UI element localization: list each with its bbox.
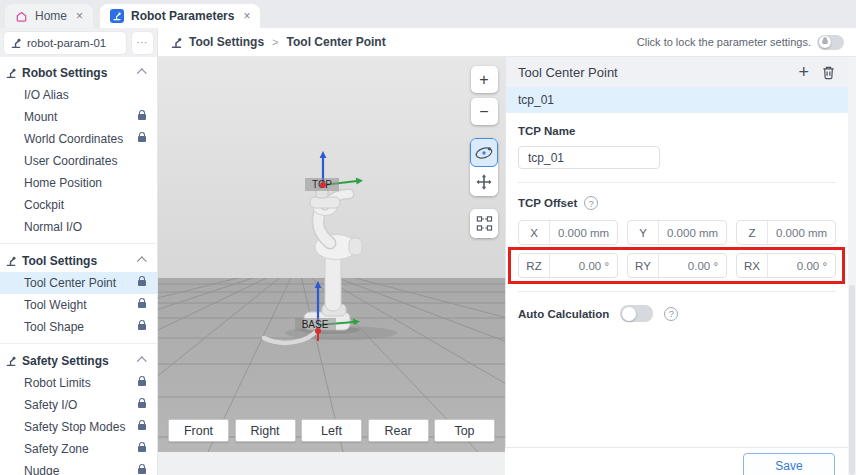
sidebar-item-io-alias[interactable]: I/O Alias xyxy=(0,84,157,106)
sidebar-item-user-coordinates[interactable]: User Coordinates xyxy=(0,150,157,172)
robot-icon xyxy=(5,355,17,367)
breadcrumb-section[interactable]: Tool Settings xyxy=(189,35,264,49)
measure-distance-tool-button[interactable] xyxy=(470,209,498,238)
item-label: I/O Alias xyxy=(24,88,69,102)
breadcrumb-bar: Tool Settings > Tool Center Point Click … xyxy=(158,28,856,57)
scrollbar-thumb[interactable] xyxy=(849,285,855,475)
tcp-offset-help-icon[interactable]: ? xyxy=(584,196,598,210)
save-button[interactable]: Save xyxy=(743,453,835,475)
home-icon xyxy=(15,10,28,23)
item-label: Home Position xyxy=(24,176,102,190)
zoom-out-button[interactable]: − xyxy=(471,98,498,125)
robot-icon xyxy=(5,255,17,267)
orbit-rotate-tool-button[interactable] xyxy=(470,138,498,167)
sidebar-section-robot-settings[interactable]: Robot Settings xyxy=(0,61,157,84)
axis-label-z: Z xyxy=(737,221,768,244)
item-label: Tool Shape xyxy=(24,320,84,334)
rotation-offset-row-wrapper: RZ RY RX xyxy=(518,253,836,278)
auto-calculation-toggle[interactable] xyxy=(620,305,653,322)
offset-z-field: Z xyxy=(736,220,836,245)
delete-tcp-button[interactable] xyxy=(821,65,836,80)
tab-home-label: Home xyxy=(35,9,67,23)
axis-label-rz: RZ xyxy=(519,254,550,277)
tcp-name-label: TCP Name xyxy=(518,125,836,137)
item-label: Tool Center Point xyxy=(24,276,116,290)
offset-z-input[interactable] xyxy=(768,221,835,244)
offset-rz-input[interactable] xyxy=(550,254,617,277)
parameter-lock-toggle[interactable] xyxy=(817,35,844,50)
sidebar-item-tool-center-point[interactable]: Tool Center Point xyxy=(0,272,157,294)
sidebar-item-tool-weight[interactable]: Tool Weight xyxy=(0,294,157,316)
sidebar-item-cockpit[interactable]: Cockpit xyxy=(0,194,157,216)
breadcrumb-separator: > xyxy=(270,36,280,48)
tab-robot-parameters-label: Robot Parameters xyxy=(131,9,234,23)
offset-ry-input[interactable] xyxy=(659,254,726,277)
tcp-name-input[interactable] xyxy=(518,146,660,169)
view-preset-buttons: Front Right Left Rear Top xyxy=(168,419,495,442)
viewport-lower-strip xyxy=(158,452,505,475)
chevron-up-icon[interactable] xyxy=(137,256,147,266)
sidebar-item-tool-shape[interactable]: Tool Shape xyxy=(0,316,157,338)
viewport-controls: + − xyxy=(470,66,498,238)
chevron-up-icon[interactable] xyxy=(137,68,147,78)
auto-calculation-label: Auto Calculation xyxy=(518,308,609,320)
view-right-button[interactable]: Right xyxy=(235,419,296,442)
position-offset-row: X Y Z xyxy=(518,220,836,245)
breadcrumb-page: Tool Center Point xyxy=(287,35,386,49)
item-label: User Coordinates xyxy=(24,154,117,168)
auto-calculation-row: Auto Calculation ? xyxy=(518,305,836,322)
tab-robot-parameters[interactable]: Robot Parameters × xyxy=(100,4,260,28)
add-tcp-button[interactable]: + xyxy=(798,63,809,81)
tab-robot-parameters-close-icon[interactable]: × xyxy=(243,9,250,23)
3d-scene-canvas[interactable]: BASE TCP xyxy=(158,57,505,452)
section-title: Safety Settings xyxy=(22,354,109,368)
parameter-set-name: robot-param-01 xyxy=(27,37,106,49)
sidebar-item-robot-limits[interactable]: Robot Limits xyxy=(0,372,157,394)
offset-y-input[interactable] xyxy=(659,221,726,244)
sidebar-item-nudge[interactable]: Nudge xyxy=(0,460,157,475)
robot-icon xyxy=(170,36,183,49)
section-title: Tool Settings xyxy=(22,254,97,268)
auto-calculation-help-icon[interactable]: ? xyxy=(664,307,678,321)
sidebar-item-normal-io[interactable]: Normal I/O xyxy=(0,216,157,238)
sidebar-item-safety-zone[interactable]: Safety Zone xyxy=(0,438,157,460)
window-tab-bar: Home × Robot Parameters × xyxy=(0,0,856,28)
view-top-button[interactable]: Top xyxy=(434,419,495,442)
sidebar-item-safety-stop-modes[interactable]: Safety Stop Modes xyxy=(0,416,157,438)
more-options-button[interactable]: ⋯ xyxy=(131,31,154,55)
view-rear-button[interactable]: Rear xyxy=(368,419,429,442)
tcp-settings-panel: Tool Center Point + tcp_01 TCP Name TCP … xyxy=(505,57,848,475)
sidebar-section-safety-settings[interactable]: Safety Settings xyxy=(0,349,157,372)
offset-y-field: Y xyxy=(627,220,727,245)
parameter-set-selector[interactable]: robot-param-01 xyxy=(3,31,127,55)
zoom-in-button[interactable]: + xyxy=(471,66,498,93)
tab-home[interactable]: Home × xyxy=(5,4,93,28)
lock-banner-text: Click to lock the parameter settings. xyxy=(637,36,811,48)
divider xyxy=(0,343,157,344)
offset-x-input[interactable] xyxy=(550,221,617,244)
item-label: Mount xyxy=(24,110,57,124)
sidebar-item-safety-io[interactable]: Safety I/O xyxy=(0,394,157,416)
tab-home-close-icon[interactable]: × xyxy=(76,9,83,23)
offset-rx-input[interactable] xyxy=(768,254,835,277)
sidebar-item-world-coordinates[interactable]: World Coordinates xyxy=(0,128,157,150)
chevron-up-icon[interactable] xyxy=(137,356,147,366)
robot-icon xyxy=(10,37,22,49)
panel-scrollbar[interactable] xyxy=(848,57,856,475)
item-label: Safety Stop Modes xyxy=(24,420,125,434)
item-label: Nudge xyxy=(24,464,59,475)
lock-icon xyxy=(138,324,146,330)
3d-viewport[interactable]: BASE TCP + − xyxy=(158,57,505,452)
sidebar-section-tool-settings[interactable]: Tool Settings xyxy=(0,249,157,272)
view-front-button[interactable]: Front xyxy=(168,419,229,442)
sidebar-item-mount[interactable]: Mount xyxy=(0,106,157,128)
tcp-list-item-selected[interactable]: tcp_01 xyxy=(506,87,848,113)
offset-rz-field: RZ xyxy=(518,253,618,278)
axis-label-ry: RY xyxy=(628,254,659,277)
pan-tool-button[interactable] xyxy=(470,167,498,196)
panel-title: Tool Center Point xyxy=(518,65,618,80)
sidebar-item-home-position[interactable]: Home Position xyxy=(0,172,157,194)
lock-icon xyxy=(138,402,146,408)
view-left-button[interactable]: Left xyxy=(301,419,362,442)
lock-icon xyxy=(138,302,146,308)
